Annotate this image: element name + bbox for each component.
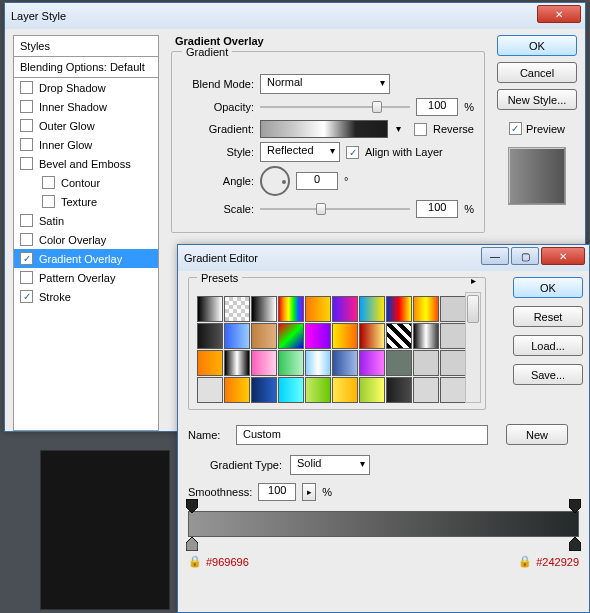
- preset-swatch[interactable]: [359, 377, 385, 403]
- style-checkbox[interactable]: [20, 252, 33, 265]
- style-checkbox[interactable]: [20, 271, 33, 284]
- preset-swatch[interactable]: [197, 377, 223, 403]
- preset-swatch[interactable]: [197, 296, 223, 322]
- new-button[interactable]: New: [506, 424, 568, 445]
- angle-dial[interactable]: [260, 166, 290, 196]
- opacity-stop-left[interactable]: [186, 499, 198, 513]
- preset-swatch[interactable]: [440, 377, 466, 403]
- style-checkbox[interactable]: [42, 176, 55, 189]
- gradient-picker[interactable]: [260, 120, 388, 138]
- style-item-outer-glow[interactable]: Outer Glow: [14, 116, 158, 135]
- preset-swatch[interactable]: [251, 350, 277, 376]
- load-button[interactable]: Load...: [513, 335, 583, 356]
- preset-swatch[interactable]: [278, 323, 304, 349]
- preset-swatch[interactable]: [251, 377, 277, 403]
- preset-swatch[interactable]: [278, 296, 304, 322]
- style-item-inner-glow[interactable]: Inner Glow: [14, 135, 158, 154]
- style-checkbox[interactable]: [20, 100, 33, 113]
- preset-swatch[interactable]: [413, 350, 439, 376]
- gradient-editor-titlebar[interactable]: Gradient Editor — ▢ ✕: [178, 245, 589, 271]
- layer-style-titlebar[interactable]: Layer Style ✕: [5, 3, 585, 29]
- style-item-contour[interactable]: Contour: [14, 173, 158, 192]
- ok-button[interactable]: OK: [497, 35, 577, 56]
- style-select[interactable]: Reflected: [260, 142, 340, 162]
- preset-swatch[interactable]: [224, 323, 250, 349]
- preset-swatch[interactable]: [305, 350, 331, 376]
- preset-swatch[interactable]: [197, 350, 223, 376]
- preset-swatch[interactable]: [440, 350, 466, 376]
- preset-swatch[interactable]: [440, 296, 466, 322]
- preset-swatch[interactable]: [305, 296, 331, 322]
- style-item-satin[interactable]: Satin: [14, 211, 158, 230]
- style-checkbox[interactable]: [20, 119, 33, 132]
- preset-swatch[interactable]: [332, 377, 358, 403]
- presets-menu-icon[interactable]: ▸: [465, 272, 481, 288]
- style-item-inner-shadow[interactable]: Inner Shadow: [14, 97, 158, 116]
- style-checkbox[interactable]: [42, 195, 55, 208]
- preset-swatch[interactable]: [251, 296, 277, 322]
- style-item-bevel-and-emboss[interactable]: Bevel and Emboss: [14, 154, 158, 173]
- style-item-color-overlay[interactable]: Color Overlay: [14, 230, 158, 249]
- preset-swatch[interactable]: [305, 323, 331, 349]
- style-checkbox[interactable]: [20, 81, 33, 94]
- style-checkbox[interactable]: [20, 157, 33, 170]
- preset-swatch[interactable]: [278, 377, 304, 403]
- minimize-icon[interactable]: —: [481, 247, 509, 265]
- preview-checkbox[interactable]: [509, 122, 522, 135]
- scale-slider[interactable]: [260, 201, 410, 217]
- preset-swatch[interactable]: [413, 296, 439, 322]
- preset-swatch[interactable]: [413, 323, 439, 349]
- preset-swatch[interactable]: [278, 350, 304, 376]
- opacity-input[interactable]: 100: [416, 98, 458, 116]
- reset-button[interactable]: Reset: [513, 306, 583, 327]
- gradient-type-select[interactable]: Solid: [290, 455, 370, 475]
- smoothness-input[interactable]: 100: [258, 483, 296, 501]
- opacity-slider[interactable]: [260, 99, 410, 115]
- maximize-icon[interactable]: ▢: [511, 247, 539, 265]
- preset-swatch[interactable]: [251, 323, 277, 349]
- opacity-stop-right[interactable]: [569, 499, 581, 513]
- style-checkbox[interactable]: [20, 138, 33, 151]
- preset-swatch[interactable]: [332, 323, 358, 349]
- preset-swatch[interactable]: [386, 296, 412, 322]
- angle-input[interactable]: 0: [296, 172, 338, 190]
- blending-options[interactable]: Blending Options: Default: [14, 57, 158, 78]
- smoothness-stepper[interactable]: ▸: [302, 483, 316, 501]
- preset-swatch[interactable]: [413, 377, 439, 403]
- scale-input[interactable]: 100: [416, 200, 458, 218]
- style-item-gradient-overlay[interactable]: Gradient Overlay: [14, 249, 158, 268]
- preset-swatch[interactable]: [305, 377, 331, 403]
- preset-swatch[interactable]: [197, 323, 223, 349]
- style-item-pattern-overlay[interactable]: Pattern Overlay: [14, 268, 158, 287]
- color-stop-right[interactable]: [569, 537, 581, 551]
- gradient-bar-editor[interactable]: [188, 511, 579, 537]
- style-item-texture[interactable]: Texture: [14, 192, 158, 211]
- preset-swatch[interactable]: [359, 350, 385, 376]
- preset-swatch[interactable]: [359, 323, 385, 349]
- preset-swatch[interactable]: [386, 350, 412, 376]
- preset-swatch[interactable]: [332, 350, 358, 376]
- name-input[interactable]: Custom: [236, 425, 488, 445]
- align-checkbox[interactable]: [346, 146, 359, 159]
- save-button[interactable]: Save...: [513, 364, 583, 385]
- close-icon[interactable]: ✕: [541, 247, 585, 265]
- preset-swatch[interactable]: [386, 323, 412, 349]
- styles-header[interactable]: Styles: [14, 36, 158, 57]
- preset-swatch[interactable]: [224, 296, 250, 322]
- style-item-stroke[interactable]: Stroke: [14, 287, 158, 306]
- preset-swatch[interactable]: [224, 350, 250, 376]
- preset-swatch[interactable]: [224, 377, 250, 403]
- style-checkbox[interactable]: [20, 214, 33, 227]
- new-style-button[interactable]: New Style...: [497, 89, 577, 110]
- close-icon[interactable]: ✕: [537, 5, 581, 23]
- cancel-button[interactable]: Cancel: [497, 62, 577, 83]
- style-checkbox[interactable]: [20, 233, 33, 246]
- reverse-checkbox[interactable]: [414, 123, 427, 136]
- preset-swatch[interactable]: [440, 323, 466, 349]
- preset-swatch[interactable]: [332, 296, 358, 322]
- color-stop-left[interactable]: [186, 537, 198, 551]
- preset-swatch[interactable]: [359, 296, 385, 322]
- style-item-drop-shadow[interactable]: Drop Shadow: [14, 78, 158, 97]
- preset-swatch[interactable]: [386, 377, 412, 403]
- style-checkbox[interactable]: [20, 290, 33, 303]
